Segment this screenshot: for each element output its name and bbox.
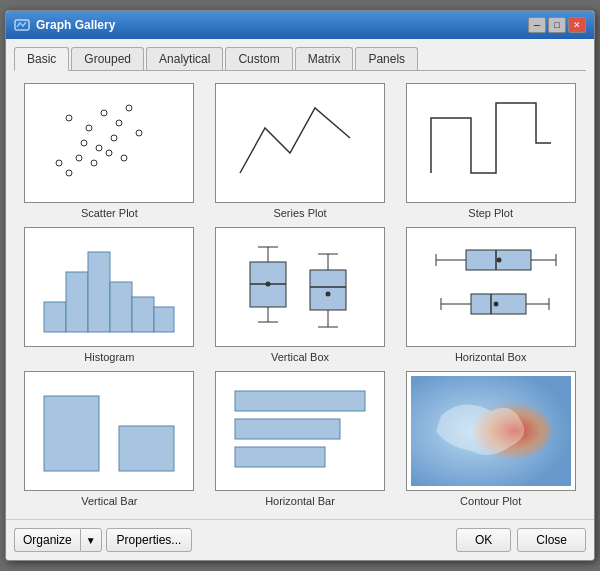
svg-rect-51 xyxy=(119,426,174,471)
window-body: Basic Grouped Analytical Custom Matrix P… xyxy=(6,39,594,519)
series-svg xyxy=(220,88,380,198)
title-controls: ─ □ ✕ xyxy=(528,17,586,33)
svg-point-11 xyxy=(106,150,112,156)
maximize-button[interactable]: □ xyxy=(548,17,566,33)
chart-preview-histogram xyxy=(24,227,194,347)
chart-preview-hbar xyxy=(215,371,385,491)
chart-item-step[interactable]: Step Plot xyxy=(399,83,582,219)
svg-point-5 xyxy=(126,105,132,111)
chart-label-vbox: Vertical Box xyxy=(271,351,329,363)
tab-matrix[interactable]: Matrix xyxy=(295,47,354,70)
svg-rect-21 xyxy=(154,307,174,332)
organize-wrapper: Organize ▼ xyxy=(14,528,102,552)
svg-point-25 xyxy=(265,282,270,287)
svg-point-3 xyxy=(101,110,107,116)
svg-point-39 xyxy=(496,258,501,263)
contour-svg xyxy=(411,376,571,486)
chart-label-contour: Contour Plot xyxy=(460,495,521,507)
gallery-grid: Scatter Plot Series Plot Step Plot xyxy=(14,79,586,511)
footer-left: Organize ▼ Properties... xyxy=(14,528,192,552)
scatter-svg xyxy=(29,88,189,198)
svg-point-14 xyxy=(56,160,62,166)
chart-label-series: Series Plot xyxy=(273,207,326,219)
chart-label-vbar: Vertical Bar xyxy=(81,495,137,507)
chart-item-histogram[interactable]: Histogram xyxy=(18,227,201,363)
step-svg xyxy=(411,88,571,198)
window-icon xyxy=(14,17,30,33)
svg-point-1 xyxy=(66,115,72,121)
svg-rect-19 xyxy=(110,282,132,332)
tab-bar: Basic Grouped Analytical Custom Matrix P… xyxy=(14,47,586,71)
hbox-svg xyxy=(411,232,571,342)
hbar-svg xyxy=(220,376,380,486)
svg-point-7 xyxy=(96,145,102,151)
chart-item-hbox[interactable]: Horizontal Box xyxy=(399,227,582,363)
chart-label-scatter: Scatter Plot xyxy=(81,207,138,219)
close-button[interactable]: Close xyxy=(517,528,586,552)
chart-preview-scatter xyxy=(24,83,194,203)
histogram-svg xyxy=(29,232,189,342)
svg-point-46 xyxy=(493,302,498,307)
svg-point-32 xyxy=(325,292,330,297)
tab-panels[interactable]: Panels xyxy=(355,47,418,70)
chart-preview-step xyxy=(406,83,576,203)
svg-point-15 xyxy=(136,130,142,136)
chart-item-hbar[interactable]: Horizontal Bar xyxy=(209,371,392,507)
svg-rect-54 xyxy=(235,447,325,467)
organize-dropdown-button[interactable]: ▼ xyxy=(80,528,102,552)
chart-item-scatter[interactable]: Scatter Plot xyxy=(18,83,201,219)
svg-point-8 xyxy=(111,135,117,141)
organize-button[interactable]: Organize xyxy=(14,528,80,552)
tab-grouped[interactable]: Grouped xyxy=(71,47,144,70)
tab-analytical[interactable]: Analytical xyxy=(146,47,223,70)
chart-item-contour[interactable]: Contour Plot xyxy=(399,371,582,507)
close-title-button[interactable]: ✕ xyxy=(568,17,586,33)
svg-rect-16 xyxy=(44,302,66,332)
chart-preview-vbox xyxy=(215,227,385,347)
chart-label-hbox: Horizontal Box xyxy=(455,351,527,363)
chart-preview-vbar xyxy=(24,371,194,491)
chart-item-vbar[interactable]: Vertical Bar xyxy=(18,371,201,507)
svg-rect-18 xyxy=(88,252,110,332)
footer: Organize ▼ Properties... OK Close xyxy=(6,519,594,560)
chart-item-series[interactable]: Series Plot xyxy=(209,83,392,219)
tab-custom[interactable]: Custom xyxy=(225,47,292,70)
svg-rect-53 xyxy=(235,419,340,439)
svg-rect-52 xyxy=(235,391,365,411)
svg-rect-20 xyxy=(132,297,154,332)
properties-button[interactable]: Properties... xyxy=(106,528,193,552)
svg-point-10 xyxy=(91,160,97,166)
svg-point-6 xyxy=(81,140,87,146)
window-title: Graph Gallery xyxy=(36,18,115,32)
svg-point-2 xyxy=(86,125,92,131)
ok-button[interactable]: OK xyxy=(456,528,511,552)
chart-label-hbar: Horizontal Bar xyxy=(265,495,335,507)
chart-preview-series xyxy=(215,83,385,203)
chart-label-step: Step Plot xyxy=(468,207,513,219)
chart-preview-contour xyxy=(406,371,576,491)
svg-point-12 xyxy=(121,155,127,161)
svg-rect-17 xyxy=(66,272,88,332)
svg-rect-50 xyxy=(44,396,99,471)
svg-point-9 xyxy=(76,155,82,161)
footer-right: OK Close xyxy=(456,528,586,552)
title-bar-left: Graph Gallery xyxy=(14,17,115,33)
chart-preview-hbox xyxy=(406,227,576,347)
tab-basic[interactable]: Basic xyxy=(14,47,69,71)
vbar-svg xyxy=(29,376,189,486)
title-bar: Graph Gallery ─ □ ✕ xyxy=(6,11,594,39)
svg-rect-30 xyxy=(310,270,346,310)
vbox-svg xyxy=(220,232,380,342)
chart-item-vbox[interactable]: Vertical Box xyxy=(209,227,392,363)
svg-point-13 xyxy=(66,170,72,176)
graph-gallery-window: Graph Gallery ─ □ ✕ Basic Grouped Analyt… xyxy=(5,10,595,561)
minimize-button[interactable]: ─ xyxy=(528,17,546,33)
chart-label-histogram: Histogram xyxy=(84,351,134,363)
svg-point-4 xyxy=(116,120,122,126)
chevron-down-icon: ▼ xyxy=(86,535,96,546)
